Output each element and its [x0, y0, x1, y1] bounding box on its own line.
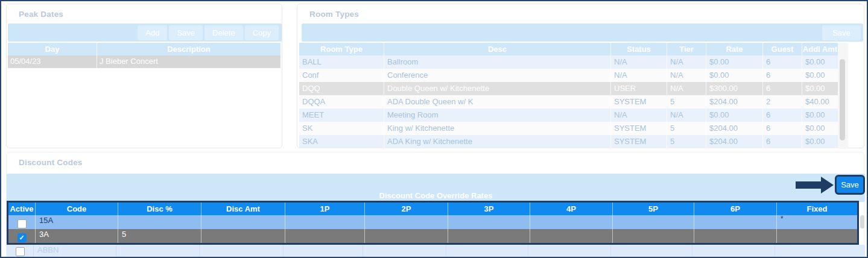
description-cell: J Bieber Concert: [97, 55, 280, 68]
table-row[interactable]: SKA ADA King w/ Kitchenette SYSTEM 5 $20…: [299, 135, 838, 148]
3p-cell: [448, 229, 530, 243]
scrollbar-thumb[interactable]: [840, 59, 845, 140]
1p-cell: [285, 215, 365, 229]
column-header-addl-amt: Addl Amt: [802, 43, 838, 55]
3p-cell: [448, 215, 530, 229]
room-types-panel: Room Types Save Room Type Desc Status Ti…: [297, 4, 864, 148]
6p-cell: [692, 245, 775, 258]
room-type-cell: DQQA: [299, 95, 384, 109]
6p-cell: [694, 215, 777, 229]
table-row-selected[interactable]: DQQ Double Queen w/ Kitchenette USER N/A…: [299, 82, 838, 95]
peak-dates-header-row: Day Description: [8, 43, 280, 55]
disc-amt-cell: [201, 229, 285, 243]
table-row[interactable]: DQQA ADA Double Queen w/ K SYSTEM 5 $204…: [299, 95, 838, 109]
table-row[interactable]: SK King w/ Kitchenette SYSTEM 5 $204.00 …: [299, 122, 838, 135]
active-checkbox[interactable]: [16, 247, 25, 256]
column-header-desc: Desc: [384, 43, 611, 55]
table-row[interactable]: 05/04/23 J Bieber Concert: [8, 55, 280, 68]
guest-cell: 6: [763, 55, 802, 69]
desc-cell: ADA Double Queen w/ K: [384, 95, 611, 109]
guest-cell: 6: [763, 82, 802, 95]
peak-dates-toolbar: Add Save Delete Copy: [8, 24, 282, 42]
status-cell: SYSTEM: [611, 122, 667, 135]
addl-amt-cell: $0.00: [802, 135, 838, 148]
room-type-cell: SKA: [299, 135, 384, 148]
disc-pct-cell: [118, 215, 201, 229]
tier-cell: N/A: [667, 55, 706, 69]
rate-cell: $300.00: [706, 82, 763, 95]
desc-cell: Meeting Room: [384, 109, 611, 122]
guest-cell: 6: [763, 109, 802, 122]
save-button[interactable]: Save: [822, 25, 861, 40]
addl-amt-cell: $0.00: [802, 109, 838, 122]
desc-cell: Ballroom: [384, 55, 611, 69]
rate-cell: $204.00: [706, 95, 763, 109]
code-cell: 15A: [36, 215, 118, 229]
addl-amt-cell: $0.00: [802, 82, 838, 95]
status-cell: N/A: [611, 109, 667, 122]
room-type-cell: BALL: [299, 55, 384, 69]
column-header-fixed: Fixed: [777, 203, 857, 215]
save-button[interactable]: Save: [169, 25, 203, 40]
1p-cell: [284, 245, 363, 258]
room-types-title: Room Types: [309, 10, 359, 19]
rate-cell: $204.00: [706, 122, 763, 135]
delete-button[interactable]: Delete: [204, 25, 243, 40]
room-types-header-row: Room Type Desc Status Tier Rate Guest Ad…: [299, 43, 838, 55]
table-row[interactable]: BALL Ballroom N/A N/A $0.00 6 $0.00: [299, 55, 838, 69]
day-cell: 05/04/23: [8, 55, 97, 68]
rate-cell: $0.00: [706, 109, 763, 122]
tier-cell: 5: [667, 135, 706, 148]
tier-cell: 5: [667, 122, 706, 135]
disc-amt-cell: [200, 245, 284, 258]
discount-header-row: Active Code Disc % Disc Amt 1P 2P 3P 4P …: [8, 203, 857, 215]
scrollbar-thumb[interactable]: [860, 215, 864, 228]
active-checkbox[interactable]: ✓: [17, 233, 27, 242]
table-row[interactable]: ✓ 3A 5: [8, 229, 857, 243]
table-row[interactable]: MEET Meeting Room N/A N/A $0.00 6 $0.00: [299, 109, 838, 122]
room-type-cell: SK: [299, 122, 384, 135]
column-header-disc-amt: Disc Amt: [201, 203, 285, 215]
column-header-description: Description: [97, 43, 280, 55]
guest-cell: 6: [763, 122, 802, 135]
desc-cell: Double Queen w/ Kitchenette: [384, 82, 611, 95]
screen: Peak Dates Add Save Delete Copy Day Desc…: [0, 0, 868, 258]
addl-amt-cell: $0.00: [802, 55, 838, 69]
5p-cell: [613, 229, 694, 243]
status-cell: SYSTEM: [611, 95, 667, 109]
table-row[interactable]: Conf Conference N/A N/A $0.00 6 $0.00: [299, 69, 838, 82]
disc-pct-cell: 5: [118, 229, 201, 243]
active-checkbox[interactable]: [17, 219, 27, 228]
column-header-1p: 1P: [285, 203, 365, 215]
column-header-5p: 5P: [613, 203, 694, 215]
table-row[interactable]: ABBN: [7, 245, 865, 258]
room-types-toolbar: Save: [302, 24, 863, 42]
column-header-4p: 4P: [530, 203, 613, 215]
room-type-cell: MEET: [299, 109, 384, 122]
status-cell: N/A: [611, 69, 667, 82]
column-header-day: Day: [8, 43, 97, 55]
tier-cell: N/A: [667, 69, 706, 82]
check-icon: ✓: [19, 234, 24, 241]
6p-cell: [694, 229, 777, 243]
active-cell: [7, 245, 34, 258]
tier-cell: 5: [667, 95, 706, 109]
rate-cell: $204.00: [706, 135, 763, 148]
peak-dates-title: Peak Dates: [19, 10, 63, 19]
2p-cell: [365, 215, 448, 229]
column-header-active: Active: [8, 203, 36, 215]
copy-button[interactable]: Copy: [245, 25, 279, 40]
discount-codes-title: Discount Codes: [19, 158, 83, 167]
table-row[interactable]: 15A *: [8, 215, 857, 229]
addl-amt-cell: $40.00: [802, 95, 838, 109]
fixed-cell: [777, 229, 857, 243]
column-header-3p: 3P: [448, 203, 530, 215]
5p-cell: [611, 245, 692, 258]
disc-amt-cell: [201, 215, 285, 229]
guest-cell: 2: [763, 95, 802, 109]
discount-codes-panel: Discount Codes Save Discount Code Overri…: [6, 152, 864, 258]
add-button[interactable]: Add: [138, 25, 167, 40]
column-header-rate: Rate: [706, 43, 763, 55]
2p-cell: [365, 229, 448, 243]
desc-cell: King w/ Kitchenette: [384, 122, 611, 135]
